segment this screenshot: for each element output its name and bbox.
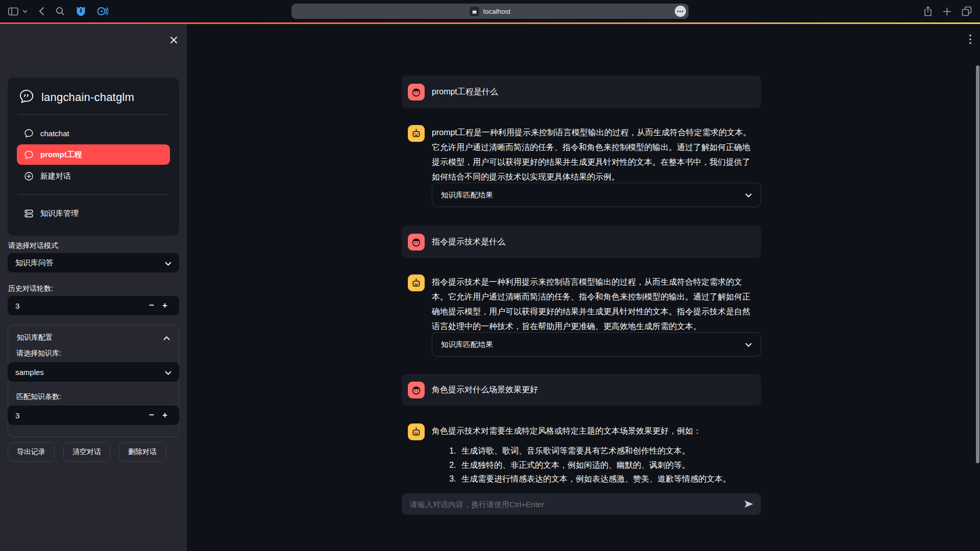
user-avatar — [408, 382, 425, 398]
increment-button[interactable]: + — [158, 410, 172, 420]
chat-bubble-icon — [24, 150, 34, 160]
user-message: prompt工程是什么 — [402, 76, 761, 108]
divider — [18, 114, 169, 115]
app-logo-row: langchain-chatglm — [17, 88, 170, 106]
site-favicon-icon — [470, 7, 479, 16]
dialog-mode-label: 请选择对话模式 — [8, 241, 58, 251]
assistant-message: 指令提示技术是一种利用提示来控制语言模型输出的过程，从而生成符合特定需求的文本。… — [402, 274, 761, 334]
history-rounds-label: 历史对话轮数: — [8, 284, 53, 293]
dialog-mode-value: 知识库问答 — [15, 258, 54, 268]
message-text: 角色提示技术对需要生成特定风格或特定主题的文本场景效果更好，例如： — [432, 423, 761, 438]
assistant-message: 角色提示技术对需要生成特定风格或特定主题的文本场景效果更好，例如： 生成诗歌、歌… — [402, 423, 761, 486]
chat-main: prompt工程是什么 prompt工程是一种利用提示来控制语言模型输出的过程，… — [187, 24, 980, 551]
kb-select-label: 请选择知识库: — [16, 349, 61, 358]
match-count-value: 3 — [15, 411, 145, 420]
kb-match-expander[interactable]: 知识库匹配结果 — [432, 332, 761, 357]
chevron-down-icon — [745, 340, 752, 348]
message-text: 角色提示对什么场景效果更好 — [432, 385, 538, 395]
sidebar-actions: 导出记录 清空对话 删除对话 — [8, 442, 181, 462]
nav-item-label: chatchat — [40, 129, 69, 138]
browser-toolbar: localhost ••• — [0, 0, 980, 22]
nav-item-prompt-project[interactable]: prompt工程 — [17, 144, 170, 165]
sidebar: langchain-chatglm chatchat prompt工程 — [0, 24, 187, 551]
database-icon — [24, 209, 34, 218]
message-text: prompt工程是一种利用提示来控制语言模型输出的过程，从而生成符合特定需求的文… — [432, 125, 755, 184]
user-avatar — [408, 234, 425, 251]
app-logo-icon — [19, 89, 34, 106]
kb-select[interactable]: samples — [8, 362, 179, 382]
list-item: 生成需要进行情感表达的文本，例如表达感激、赞美、道歉等情感的文本。 — [458, 472, 761, 486]
nav-item-kb-management[interactable]: 知识库管理 — [17, 203, 170, 223]
nav-item-label: 新建对话 — [40, 171, 71, 181]
app-title: langchain-chatglm — [41, 91, 134, 104]
toolbar-right-group — [923, 0, 972, 22]
user-message: 角色提示对什么场景效果更好 — [402, 374, 761, 406]
assistant-avatar — [408, 274, 425, 291]
toolbar-chevron-down-icon[interactable] — [22, 10, 28, 13]
assistant-avatar — [408, 125, 425, 142]
chat-bubble-icon — [24, 129, 34, 138]
tab-overview-icon[interactable] — [962, 6, 972, 16]
match-count-label: 匹配知识条数: — [16, 392, 61, 402]
history-rounds-input[interactable]: 3 − + — [8, 296, 179, 315]
chevron-up-icon — [163, 334, 170, 342]
chat-input[interactable] — [402, 493, 761, 515]
sidebar-toggle-icon[interactable] — [8, 7, 18, 16]
decrement-button[interactable]: − — [145, 410, 158, 420]
assistant-avatar — [408, 423, 425, 440]
browser-window: localhost ••• — [0, 0, 980, 551]
kb-config-header[interactable]: 知识库配置 — [16, 333, 170, 342]
message-text: 指令提示技术是什么 — [432, 237, 505, 247]
back-icon[interactable] — [39, 7, 44, 16]
expander-label: 知识库匹配结果 — [441, 340, 493, 349]
list-item: 生成诗歌、歌词、音乐歌词等需要具有艺术感和创作性的文本。 — [458, 444, 761, 458]
app-card: langchain-chatglm chatchat prompt工程 — [8, 78, 179, 236]
plus-circle-icon — [24, 171, 34, 181]
send-icon[interactable] — [744, 499, 754, 509]
list-item: 生成独特的、非正式的文本，例如闲适的、幽默的、讽刺的等。 — [458, 458, 761, 472]
dialog-mode-select[interactable]: 知识库问答 — [8, 253, 179, 272]
user-avatar — [408, 84, 425, 101]
chat-input-field[interactable] — [409, 499, 739, 509]
chat-column: prompt工程是什么 prompt工程是一种利用提示来控制语言模型输出的过程，… — [402, 24, 761, 551]
nav-item-label: 知识库管理 — [40, 209, 79, 218]
user-message: 指令提示技术是什么 — [402, 226, 761, 258]
chevron-down-icon — [165, 368, 172, 377]
history-rounds-value: 3 — [15, 302, 145, 310]
divider — [18, 194, 169, 195]
message-text: prompt工程是什么 — [432, 87, 498, 97]
extension-shield-icon[interactable] — [76, 6, 86, 16]
address-bar[interactable]: localhost ••• — [291, 4, 689, 19]
export-records-button[interactable]: 导出记录 — [8, 442, 55, 462]
increment-button[interactable]: + — [158, 300, 172, 311]
chevron-down-icon — [745, 191, 752, 199]
nav-item-label: prompt工程 — [40, 150, 82, 160]
delete-dialog-button[interactable]: 删除对话 — [119, 442, 166, 462]
chevron-down-icon — [165, 259, 172, 267]
app-content: langchain-chatglm chatchat prompt工程 — [0, 24, 980, 551]
nav-item-chatchat[interactable]: chatchat — [17, 123, 170, 143]
new-tab-icon[interactable] — [943, 7, 951, 16]
message-text: 指令提示技术是一种利用提示来控制语言模型输出的过程，从而生成符合特定需求的文本。… — [432, 274, 755, 334]
decrement-button[interactable]: − — [145, 300, 158, 311]
message-list: 生成诗歌、歌词、音乐歌词等需要具有艺术感和创作性的文本。 生成独特的、非正式的文… — [432, 444, 761, 486]
kb-config-title: 知识库配置 — [17, 333, 53, 342]
url-text: localhost — [483, 8, 510, 15]
scrollbar[interactable] — [976, 65, 979, 463]
kb-select-value: samples — [15, 368, 44, 377]
toolbar-left-group — [8, 0, 108, 22]
expander-label: 知识库匹配结果 — [441, 190, 493, 200]
address-bar-more-icon[interactable]: ••• — [675, 6, 686, 17]
sidebar-close-icon[interactable] — [170, 36, 178, 44]
assistant-message: prompt工程是一种利用提示来控制语言模型输出的过程，从而生成符合特定需求的文… — [402, 125, 761, 184]
match-count-input[interactable]: 3 − + — [8, 406, 179, 425]
clear-dialog-button[interactable]: 清空对话 — [63, 442, 110, 462]
nav-item-new-dialog[interactable]: 新建对话 — [17, 166, 170, 186]
app-menu-icon[interactable] — [969, 34, 971, 44]
extension-rings-icon[interactable] — [97, 7, 108, 16]
share-icon[interactable] — [923, 6, 933, 16]
kb-match-expander[interactable]: 知识库匹配结果 — [432, 183, 761, 207]
search-icon[interactable] — [56, 7, 65, 16]
